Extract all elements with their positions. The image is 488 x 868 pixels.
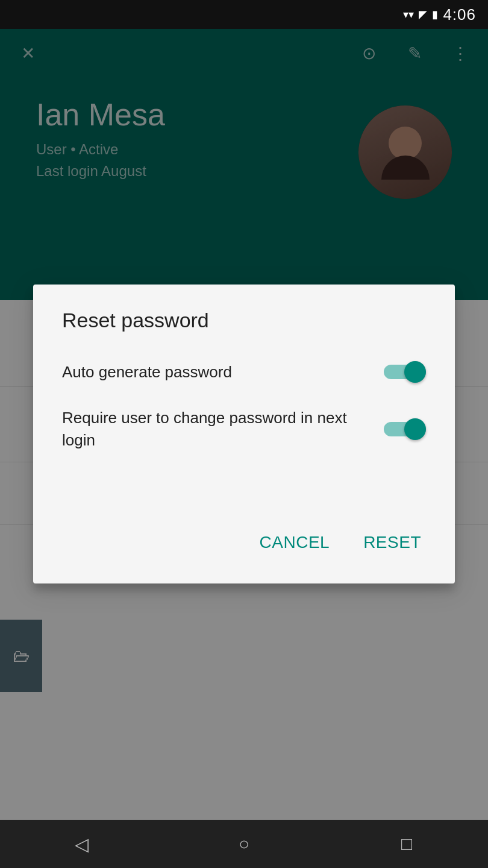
dialog-actions: CANCEL RESET [62, 511, 426, 562]
reset-button[interactable]: RESET [358, 523, 426, 562]
reset-password-dialog: Reset password Auto generate password Re… [33, 285, 455, 583]
dialog-spacer [62, 475, 426, 511]
home-button[interactable]: ○ [220, 820, 268, 868]
nav-bar: ◁ ○ □ [0, 820, 488, 868]
toggle-thumb [404, 418, 426, 440]
auto-generate-option: Auto generate password [62, 361, 426, 383]
auto-generate-label: Auto generate password [62, 361, 232, 383]
wifi-icon: ▾▾ [403, 8, 414, 21]
toggle-thumb [404, 361, 426, 383]
battery-icon: ▮ [432, 8, 438, 21]
status-time: 4:06 [443, 5, 476, 24]
back-button[interactable]: ◁ [57, 820, 105, 868]
status-icons: ▾▾ ◤ ▮ 4:06 [403, 5, 476, 24]
auto-generate-toggle[interactable] [384, 361, 426, 383]
dialog-title: Reset password [62, 309, 426, 332]
dialog-backdrop: Reset password Auto generate password Re… [0, 0, 488, 868]
signal-icon: ◤ [419, 8, 427, 21]
recents-button[interactable]: □ [383, 820, 431, 868]
require-change-label: Require user to change password in next … [62, 407, 375, 451]
status-bar: ▾▾ ◤ ▮ 4:06 [0, 0, 488, 29]
cancel-button[interactable]: CANCEL [255, 523, 335, 562]
require-change-option: Require user to change password in next … [62, 407, 426, 451]
require-change-toggle[interactable] [384, 418, 426, 440]
